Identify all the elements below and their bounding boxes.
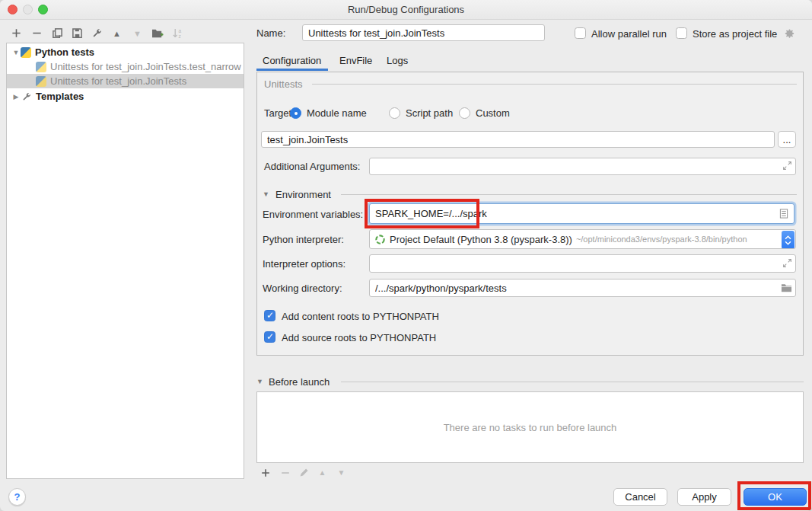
move-task-up-icon: ▲ <box>316 466 329 479</box>
new-folder-icon[interactable] <box>151 27 164 40</box>
before-launch-tasks-box: There are no tasks to run before launch <box>256 391 804 463</box>
run-debug-configurations-dialog: Run/Debug Configurations ▲ ▼ az ▼ Python… <box>0 0 812 511</box>
module-name-input[interactable] <box>261 131 775 148</box>
svg-text:a: a <box>178 28 181 34</box>
unittests-section-title: Unittests <box>264 78 303 90</box>
edit-templates-wrench-icon[interactable] <box>91 27 103 40</box>
name-input[interactable] <box>302 24 545 41</box>
python-interpreter-value: Project Default (Python 3.8 (pyspark-3.8… <box>390 234 572 245</box>
store-as-project-file-label: Store as project file <box>693 28 777 40</box>
remove-task-icon <box>279 466 291 479</box>
add-content-roots-label: Add content roots to PYTHONPATH <box>282 311 439 322</box>
interpreter-options-input[interactable] <box>369 254 796 273</box>
additional-arguments-input[interactable] <box>369 158 796 175</box>
additional-arguments-label: Additional Arguments: <box>264 161 360 172</box>
target-script-path-label[interactable]: Script path <box>406 107 453 119</box>
move-down-icon: ▼ <box>131 27 144 40</box>
remove-icon[interactable] <box>30 27 43 40</box>
python-config-icon <box>36 62 46 72</box>
environment-section-title: Environment <box>275 189 331 200</box>
svg-text:z: z <box>178 34 180 39</box>
working-directory-label: Working directory: <box>263 283 342 294</box>
dropdown-stepper-icon[interactable] <box>782 231 794 249</box>
folder-icon[interactable] <box>781 283 792 292</box>
save-icon[interactable] <box>71 27 84 40</box>
ok-button[interactable]: OK <box>744 488 807 506</box>
add-content-roots-checkbox[interactable] <box>264 310 275 321</box>
configurations-tree: ▼ Python tests Unittests for test_join.J… <box>6 43 244 479</box>
python-tests-icon <box>21 47 31 58</box>
titlebar: Run/Debug Configurations <box>0 0 812 20</box>
tree-item-templates[interactable]: ▶ Templates <box>7 89 244 104</box>
tab-configuration[interactable]: Configuration <box>263 55 321 66</box>
move-task-down-icon: ▼ <box>335 466 348 479</box>
python-interpreter-dropdown[interactable]: Project Default (Python 3.8 (pyspark-3.8… <box>369 229 796 249</box>
environment-collapse-icon[interactable]: ▼ <box>263 190 269 198</box>
window-title: Run/Debug Configurations <box>0 4 812 15</box>
before-launch-collapse-icon[interactable]: ▼ <box>256 378 263 385</box>
target-custom-radio[interactable] <box>459 107 470 119</box>
move-up-icon[interactable]: ▲ <box>110 27 123 40</box>
python-interpreter-icon <box>374 234 386 245</box>
tree-item-unittests-jointests[interactable]: Unittests for test_join.JoinTests <box>7 74 244 88</box>
working-directory-input[interactable] <box>369 279 796 297</box>
allow-parallel-run-checkbox[interactable] <box>575 27 586 39</box>
apply-button[interactable]: Apply <box>677 488 731 506</box>
python-interpreter-label: Python interpreter: <box>263 234 344 245</box>
add-icon[interactable] <box>10 27 23 40</box>
tab-envfile[interactable]: EnvFile <box>339 55 372 66</box>
store-as-project-file-checkbox[interactable] <box>676 27 687 39</box>
unittests-section-line <box>312 84 797 85</box>
environment-variables-input[interactable] <box>369 203 794 224</box>
templates-wrench-icon <box>21 91 32 102</box>
target-custom-label[interactable]: Custom <box>476 107 510 119</box>
add-source-roots-checkbox[interactable] <box>264 331 275 343</box>
expand-field-icon[interactable] <box>782 258 792 268</box>
add-source-roots-label: Add source roots to PYTHONPATH <box>282 332 436 343</box>
cancel-button[interactable]: Cancel <box>613 488 667 506</box>
chevron-down-icon[interactable]: ▼ <box>11 49 21 56</box>
name-label: Name: <box>256 27 285 39</box>
edit-task-pencil-icon <box>298 466 310 479</box>
expand-field-icon[interactable] <box>782 161 792 171</box>
active-tab-underline <box>256 69 328 71</box>
no-tasks-text: There are no tasks to run before launch <box>444 422 617 433</box>
tree-item-unittests-test-narrow[interactable]: Unittests for test_join.JoinTests.test_n… <box>7 59 244 74</box>
python-config-icon <box>36 76 46 87</box>
gear-icon[interactable] <box>784 27 795 39</box>
copy-icon[interactable] <box>51 27 64 40</box>
target-module-name-radio[interactable] <box>290 107 301 119</box>
python-interpreter-path: ~/opt/miniconda3/envs/pyspark-3.8/bin/py… <box>576 235 747 244</box>
allow-parallel-run-label: Allow parallel run <box>591 28 667 40</box>
target-script-path-radio[interactable] <box>389 107 400 119</box>
interpreter-options-label: Interpreter options: <box>263 258 345 270</box>
environment-section-line <box>341 194 797 195</box>
env-vars-editor-icon[interactable] <box>779 209 788 219</box>
browse-button[interactable]: ... <box>778 131 796 148</box>
before-launch-section-title: Before launch <box>269 376 330 388</box>
add-task-icon[interactable] <box>259 466 272 479</box>
environment-variables-label: Environment variables: <box>263 209 363 220</box>
tab-logs[interactable]: Logs <box>387 55 408 66</box>
chevron-right-icon[interactable]: ▶ <box>11 93 21 101</box>
sort-alphabetically-icon: az <box>171 27 184 40</box>
target-module-name-label[interactable]: Module name <box>307 107 367 119</box>
tree-item-python-tests[interactable]: ▼ Python tests <box>7 45 244 59</box>
before-launch-section-line <box>341 382 804 382</box>
help-button[interactable]: ? <box>8 488 26 506</box>
